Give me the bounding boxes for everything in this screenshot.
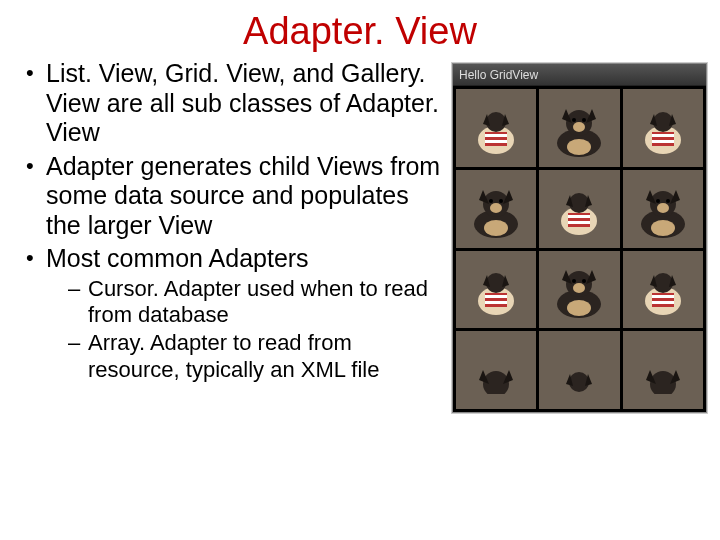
grid-cell	[623, 331, 703, 409]
dog-image-icon	[546, 103, 612, 161]
svg-point-28	[651, 220, 675, 236]
svg-rect-2	[485, 134, 507, 137]
svg-rect-46	[652, 295, 674, 298]
gridview	[453, 86, 706, 412]
content-row: List. View, Grid. View, and Gallery. Vie…	[0, 59, 720, 413]
svg-rect-14	[652, 140, 674, 143]
phone-screenshot: Hello GridView	[452, 63, 707, 413]
dog-image-icon	[463, 354, 529, 394]
svg-point-19	[490, 203, 502, 213]
svg-point-17	[484, 220, 508, 236]
bullet-list: List. View, Grid. View, and Gallery. Vie…	[22, 59, 446, 383]
grid-cell	[456, 170, 536, 248]
dog-image-icon	[630, 184, 696, 242]
svg-rect-3	[485, 140, 507, 143]
svg-rect-24	[568, 215, 590, 218]
svg-point-10	[582, 118, 586, 122]
dog-image-icon	[546, 264, 612, 322]
svg-rect-25	[568, 221, 590, 224]
svg-point-6	[567, 139, 591, 155]
svg-point-42	[572, 279, 576, 283]
dog-image-icon	[465, 265, 527, 321]
grid-cell	[539, 170, 619, 248]
svg-rect-47	[652, 301, 674, 304]
grid-cell	[456, 251, 536, 329]
dog-image-icon	[465, 104, 527, 160]
svg-point-20	[489, 199, 493, 203]
svg-point-21	[499, 199, 503, 203]
svg-point-30	[657, 203, 669, 213]
svg-point-39	[567, 300, 591, 316]
bullet-item: List. View, Grid. View, and Gallery. Vie…	[22, 59, 446, 148]
svg-point-41	[573, 283, 585, 293]
svg-point-32	[666, 199, 670, 203]
grid-cell	[539, 331, 619, 409]
bullet-text: Most common Adapters	[46, 244, 309, 272]
sub-list: Cursor. Adapter used when to read from d…	[46, 276, 446, 384]
sub-item: Array. Adapter to read from resource, ty…	[46, 330, 446, 383]
svg-rect-35	[485, 295, 507, 298]
grid-cell	[456, 89, 536, 167]
svg-point-8	[573, 122, 585, 132]
svg-point-9	[572, 118, 576, 122]
dog-image-icon	[548, 354, 610, 394]
bullet-item: Most common Adapters Cursor. Adapter use…	[22, 244, 446, 383]
dog-image-icon	[463, 184, 529, 242]
svg-point-43	[582, 279, 586, 283]
app-title-bar: Hello GridView	[453, 64, 706, 86]
text-column: List. View, Grid. View, and Gallery. Vie…	[22, 59, 452, 413]
grid-cell	[623, 170, 703, 248]
bullet-item: Adapter generates child Views from some …	[22, 152, 446, 241]
sub-item: Cursor. Adapter used when to read from d…	[46, 276, 446, 329]
dog-image-icon	[630, 354, 696, 394]
svg-point-31	[656, 199, 660, 203]
image-column: Hello GridView	[452, 59, 712, 413]
grid-cell	[623, 251, 703, 329]
svg-rect-36	[485, 301, 507, 304]
slide-title: Adapter. View	[0, 0, 720, 59]
grid-cell	[623, 89, 703, 167]
grid-cell	[456, 331, 536, 409]
dog-image-icon	[632, 265, 694, 321]
dog-image-icon	[632, 104, 694, 160]
grid-cell	[539, 89, 619, 167]
svg-rect-13	[652, 134, 674, 137]
grid-cell	[539, 251, 619, 329]
dog-image-icon	[548, 185, 610, 241]
